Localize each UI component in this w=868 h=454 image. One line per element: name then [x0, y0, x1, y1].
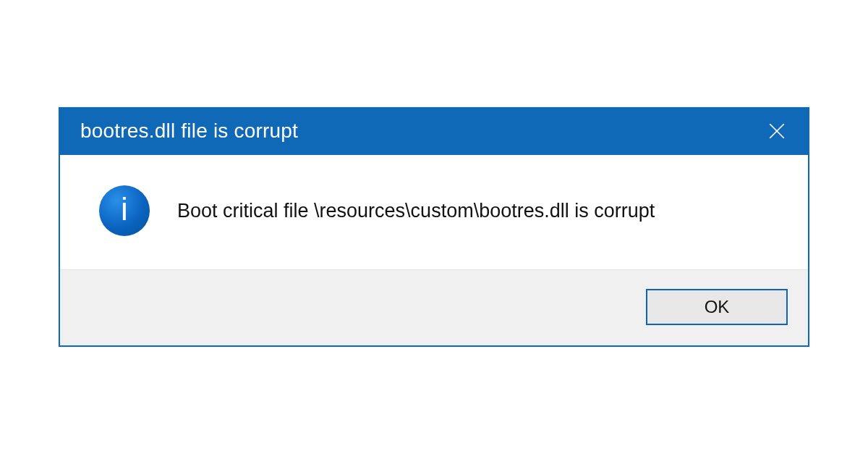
ok-button[interactable]: OK: [646, 289, 788, 325]
error-dialog: bootres.dll file is corrupt i Boot criti…: [59, 107, 809, 347]
dialog-title: bootres.dll file is corrupt: [80, 119, 298, 143]
info-glyph: i: [121, 193, 128, 225]
titlebar: bootres.dll file is corrupt: [60, 109, 808, 155]
dialog-message: Boot critical file \resources\custom\boo…: [177, 200, 655, 222]
close-icon: [767, 122, 786, 140]
info-icon: i: [99, 185, 150, 236]
close-button[interactable]: [760, 114, 793, 148]
dialog-content: i Boot critical file \resources\custom\b…: [60, 155, 808, 269]
button-bar: OK: [60, 269, 808, 345]
